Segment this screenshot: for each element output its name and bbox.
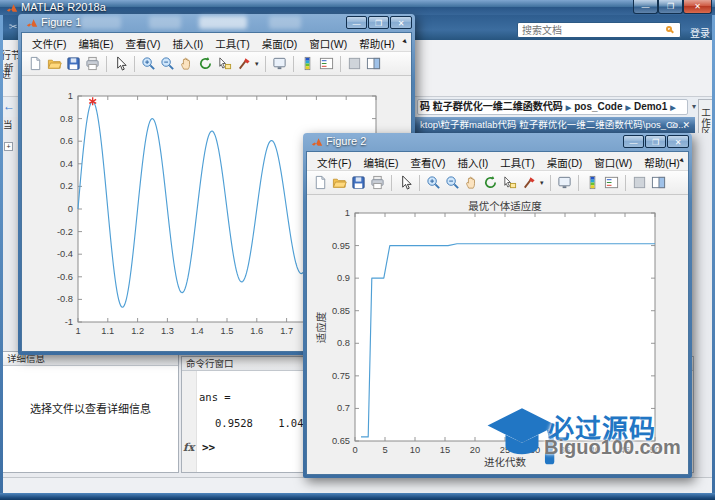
zoom-out-icon[interactable] (159, 55, 176, 72)
address-bar[interactable]: 码 粒子群优化一维二维函数代码▶pos_Code▶Demo1▶ (417, 99, 688, 115)
toolbar-separator (265, 56, 266, 72)
edit-plot-arrow-icon[interactable] (397, 174, 414, 191)
aero-glass-reflection (149, 16, 181, 29)
save-icon[interactable] (350, 174, 367, 191)
figure2-maximize-button[interactable]: ❐ (645, 135, 666, 148)
search-icon[interactable] (666, 26, 672, 32)
main-maximize-button[interactable]: ❐ (658, 0, 683, 14)
figure2-title-bar[interactable]: Figure 2 — ❐ ✕ (306, 133, 689, 151)
data-cursor-icon[interactable] (501, 174, 518, 191)
zoom-out-icon[interactable] (444, 174, 461, 191)
editor-close-icon[interactable]: ✕ (682, 117, 690, 133)
toolbar-separator (550, 175, 551, 191)
search-input[interactable] (517, 22, 681, 38)
svg-text:1: 1 (68, 91, 73, 101)
brush-icon[interactable] (235, 55, 252, 72)
toolbar-separator (340, 56, 341, 72)
main-close-button[interactable]: ✕ (683, 0, 712, 14)
print-icon[interactable] (369, 174, 386, 191)
tree-expander-icon[interactable]: + (4, 142, 13, 151)
main-minimize-button[interactable]: — (633, 0, 658, 14)
svg-text:1: 1 (345, 208, 350, 218)
link-plot-icon[interactable] (556, 174, 573, 191)
matlab-desktop: MATLAB R2018a — ❐ ✕ ✂ ❐ ❑ ↶ ↷ ⊞ ? ▾ 登录 行… (0, 0, 715, 500)
figure2-close-button[interactable]: ✕ (667, 135, 689, 148)
brush-icon[interactable] (520, 174, 537, 191)
open-file-icon[interactable] (46, 55, 63, 72)
menu-file[interactable]: 文件(F) (311, 152, 357, 170)
menu-window[interactable]: 窗口(W) (303, 33, 353, 51)
breadcrumb-pos-code[interactable]: pos_Code (574, 101, 622, 112)
toolbar-separator (419, 175, 420, 191)
figure1-title-bar[interactable]: Figure 1 — ❐ ✕ (21, 14, 412, 32)
menu-window[interactable]: 窗口(W) (588, 152, 638, 170)
hide-plot-tools-icon[interactable] (631, 174, 648, 191)
menu-edit[interactable]: 编辑(E) (357, 152, 404, 170)
aero-glass-reflection (199, 16, 247, 29)
window-left-border (0, 15, 3, 493)
main-title-bar[interactable]: MATLAB R2018a — ❐ ✕ (0, 0, 715, 15)
insert-colorbar-icon[interactable] (299, 55, 316, 72)
menu-insert[interactable]: 插入(I) (451, 152, 494, 170)
window-bottom-border (0, 493, 715, 500)
hide-plot-tools-icon[interactable] (346, 55, 363, 72)
svg-text:1.2: 1.2 (131, 326, 144, 336)
insert-colorbar-icon[interactable] (584, 174, 601, 191)
figure2-ylabel: 适应度 (313, 298, 328, 358)
menu-tools[interactable]: 工具(T) (209, 33, 255, 51)
figure1-minimize-button[interactable]: — (346, 16, 367, 29)
menu-insert[interactable]: 插入(I) (166, 33, 209, 51)
insert-legend-icon[interactable] (318, 55, 335, 72)
rotate-3d-icon[interactable] (482, 174, 499, 191)
zoom-in-icon[interactable] (140, 55, 157, 72)
figure2-window[interactable]: Figure 2 — ❐ ✕ 文件(F)编辑(E)查看(V)插入(I)工具(T)… (303, 133, 692, 478)
svg-text:0.8: 0.8 (337, 338, 350, 348)
cut-icon[interactable]: ✂ (9, 20, 17, 34)
toolbar-separator (391, 175, 392, 191)
pan-hand-icon[interactable] (178, 55, 195, 72)
main-window-title: MATLAB R2018a (21, 1, 106, 13)
save-icon[interactable] (65, 55, 82, 72)
menu-help[interactable]: 帮助(H) (353, 33, 401, 51)
figure1-maximize-button[interactable]: ❐ (368, 16, 389, 29)
status-bar: 行 1 列 1 (0, 477, 715, 493)
menu-view[interactable]: 查看(V) (404, 152, 451, 170)
figure2-menu-bar: 文件(F)编辑(E)查看(V)插入(I)工具(T)桌面(D)窗口(W)帮助(H)… (307, 152, 688, 171)
insert-legend-icon[interactable] (603, 174, 620, 191)
breadcrumb-arrow-icon: ▶ (623, 104, 634, 111)
editor-title-bar[interactable]: ktop\粒子群matlab代码 粒子群优化一维二维函数代码\pos_Co...… (415, 117, 695, 133)
pan-hand-icon[interactable] (463, 174, 480, 191)
brush-dropdown-caret-icon[interactable]: ▾ (255, 60, 259, 68)
edit-plot-arrow-icon[interactable] (112, 55, 129, 72)
new-file-icon[interactable] (312, 174, 329, 191)
print-icon[interactable] (84, 55, 101, 72)
figure2-canvas[interactable]: 051015202530354045500.650.70.750.80.850.… (307, 195, 688, 474)
breadcrumb-demo1[interactable]: Demo1 (634, 101, 667, 112)
brush-dropdown-caret-icon[interactable]: ▾ (540, 179, 544, 187)
data-cursor-icon[interactable] (216, 55, 233, 72)
command-prompt[interactable]: >> (202, 441, 215, 454)
figure1-close-button[interactable]: ✕ (390, 16, 412, 29)
menu-desktop[interactable]: 桌面(D) (541, 152, 589, 170)
menu-view[interactable]: 查看(V) (119, 33, 166, 51)
open-file-icon[interactable] (331, 174, 348, 191)
address-dropdown-caret-icon[interactable]: ▾ (692, 102, 696, 111)
menu-edit[interactable]: 编辑(E) (72, 33, 119, 51)
link-plot-icon[interactable] (271, 55, 288, 72)
back-arrow-icon[interactable]: ← (3, 99, 15, 113)
figure2-minimize-button[interactable]: — (623, 135, 644, 148)
sign-in-link[interactable]: 登录 (690, 25, 710, 40)
rotate-3d-icon[interactable] (197, 55, 214, 72)
new-file-icon[interactable] (27, 55, 44, 72)
menu-file[interactable]: 文件(F) (26, 33, 72, 51)
zoom-in-icon[interactable] (425, 174, 442, 191)
show-plot-tools-icon[interactable] (365, 55, 382, 72)
figure1-menu-bar: 文件(F)编辑(E)查看(V)插入(I)工具(T)桌面(D)窗口(W)帮助(H)… (22, 33, 411, 52)
matlab-logo-icon (6, 2, 18, 14)
menu-desktop[interactable]: 桌面(D) (256, 33, 304, 51)
menu-overflow-icon[interactable]: ▾ (400, 37, 409, 46)
svg-text:0.4: 0.4 (60, 159, 73, 169)
editor-restore-icon[interactable]: ⊙ (669, 117, 677, 133)
show-plot-tools-icon[interactable] (650, 174, 667, 191)
menu-tools[interactable]: 工具(T) (494, 152, 540, 170)
